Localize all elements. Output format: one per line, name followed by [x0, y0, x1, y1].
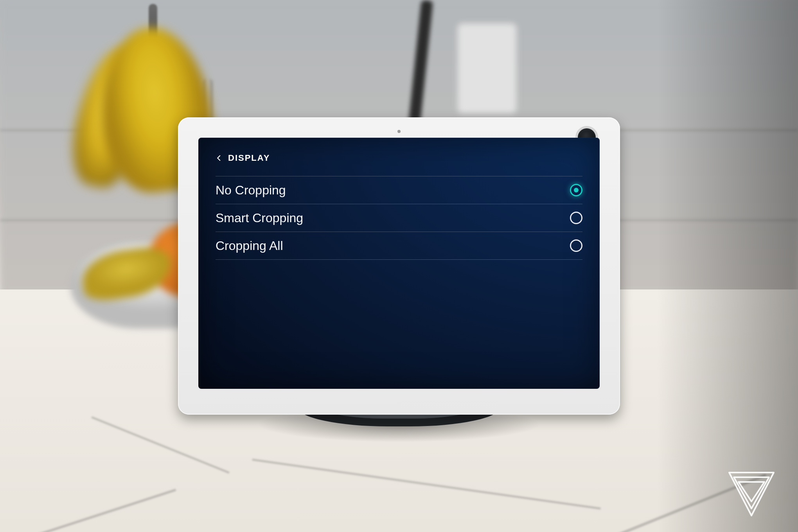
- smart-display-device: DISPLAY No Cropping Smart Cropping Cropp: [178, 117, 620, 415]
- option-label: No Cropping: [216, 183, 286, 198]
- radio-icon: [570, 212, 582, 224]
- right-shadow: [657, 0, 798, 532]
- microphone-hole: [397, 130, 401, 133]
- header-bar: DISPLAY: [216, 149, 582, 167]
- radio-icon: [570, 239, 582, 252]
- photo-scene: DISPLAY No Cropping Smart Cropping Cropp: [0, 0, 798, 532]
- option-label: Cropping All: [216, 239, 283, 253]
- publication-watermark-icon: [722, 469, 781, 520]
- option-smart-cropping[interactable]: Smart Cropping: [216, 204, 582, 232]
- radio-icon: [570, 184, 582, 196]
- header-title: DISPLAY: [228, 153, 270, 163]
- option-list: No Cropping Smart Cropping Cropping All: [216, 176, 582, 260]
- power-adapter: [458, 23, 516, 113]
- device-screen-frame: DISPLAY No Cropping Smart Cropping Cropp: [178, 117, 620, 415]
- back-icon[interactable]: [216, 155, 223, 162]
- display-panel: DISPLAY No Cropping Smart Cropping Cropp: [198, 138, 600, 389]
- option-label: Smart Cropping: [216, 211, 303, 225]
- option-cropping-all[interactable]: Cropping All: [216, 232, 582, 260]
- option-no-cropping[interactable]: No Cropping: [216, 176, 582, 204]
- settings-screen: DISPLAY No Cropping Smart Cropping Cropp: [198, 138, 600, 389]
